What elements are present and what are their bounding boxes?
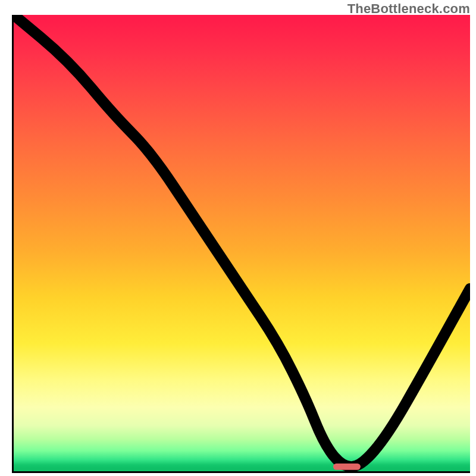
chart-container: TheBottleneck.com [0, 0, 476, 476]
curve-layer [14, 15, 470, 471]
plot-area [12, 15, 470, 473]
optimal-marker [333, 464, 361, 470]
bottleneck-curve-path [14, 15, 470, 466]
